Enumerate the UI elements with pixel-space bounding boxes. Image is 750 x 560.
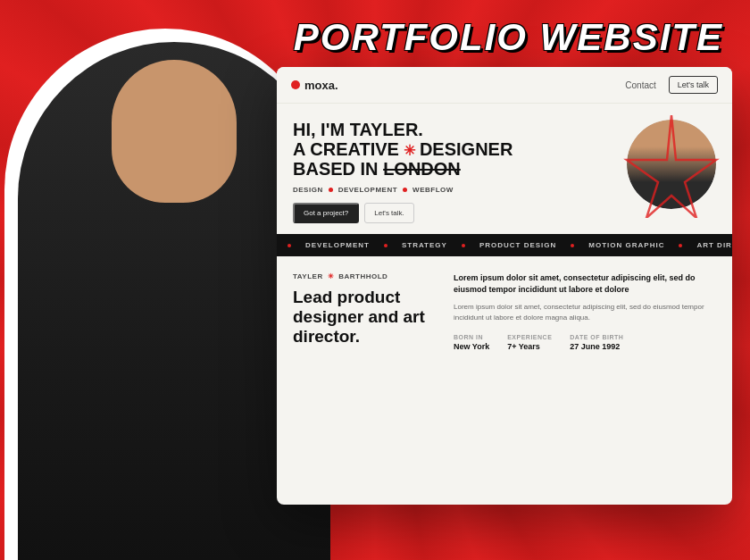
- about-heading-line3: director.: [293, 327, 436, 347]
- stat-exp-label: EXPERIENCE: [507, 334, 552, 340]
- portfolio-mockup: moxa. Contact Let's talk HI, I'M TAYLER.…: [277, 67, 732, 505]
- about-stats: BORN IN New York EXPERIENCE 7+ Years DAT…: [454, 334, 716, 351]
- hero-buttons: Got a project? Let's talk.: [293, 203, 618, 223]
- person-head: [112, 60, 237, 203]
- mockup-logo: moxa.: [291, 79, 338, 92]
- ticker-item-3: MOTION GRAPHIC: [588, 241, 664, 249]
- stat-dob: DATE OF BIRTH 27 June 1992: [570, 334, 623, 351]
- star-decoration: [618, 111, 725, 218]
- about-left: TAYLER ✳ BARTHHOLD Lead product designer…: [293, 272, 436, 351]
- stat-experience: EXPERIENCE 7+ Years: [507, 334, 552, 351]
- mockup-hero: HI, I'M TAYLER. A CREATIVE ✳ DESIGNER BA…: [277, 104, 732, 234]
- stat-exp-value: 7+ Years: [507, 342, 552, 351]
- ticker-dot-0: [288, 244, 291, 247]
- nav-link-contact[interactable]: Contact: [625, 80, 655, 90]
- title-text: PORTFOLIO WEBSITE: [294, 16, 723, 58]
- ticker-item-2: PRODUCT DESIGN: [479, 241, 556, 249]
- hero-content: HI, I'M TAYLER. A CREATIVE ✳ DESIGNER BA…: [293, 120, 618, 223]
- stat-born-value: New York: [454, 342, 489, 351]
- about-heading: Lead product designer and art director.: [293, 288, 436, 347]
- hero-line2: A CREATIVE ✳ DESIGNER: [293, 139, 618, 159]
- stat-born-label: BORN IN: [454, 334, 489, 340]
- hero-btn-project[interactable]: Got a project?: [293, 203, 359, 223]
- about-heading-line2: designer and art: [293, 307, 436, 327]
- tag-dot-1: [329, 188, 333, 192]
- ticker-dot-3: [571, 244, 574, 247]
- hero-line1: HI, I'M TAYLER.: [293, 120, 618, 139]
- logo-dot: [291, 80, 300, 89]
- hero-title: HI, I'M TAYLER. A CREATIVE ✳ DESIGNER BA…: [293, 120, 618, 179]
- about-sub-text: Lorem ipsum dolor sit amet, consectetur …: [454, 302, 716, 323]
- hero-tags: DESIGN DEVELOPMENT WEBFLOW: [293, 186, 618, 194]
- title-banner: PORTFOLIO WEBSITE: [294, 16, 723, 59]
- ticker-dot-2: [462, 244, 465, 247]
- ticker-item-4: ART DIRECTION: [696, 241, 732, 249]
- ticker-dot-4: [679, 244, 682, 247]
- ticker-item-0: DEVELOPMENT: [305, 241, 370, 249]
- stat-born: BORN IN New York: [454, 334, 489, 351]
- mockup-about: TAYLER ✳ BARTHHOLD Lead product designer…: [277, 256, 732, 367]
- ticker-content: DEVELOPMENT STRATEGY PRODUCT DESIGN MOTI…: [277, 241, 732, 249]
- about-heading-line1: Lead product: [293, 288, 436, 307]
- mockup-navbar: moxa. Contact Let's talk: [277, 67, 732, 104]
- tag-dot-2: [403, 188, 407, 192]
- ticker-item-1: STRATEGY: [402, 241, 447, 249]
- mockup-nav-links: Contact Let's talk: [625, 76, 718, 94]
- ticker-strip: DEVELOPMENT STRATEGY PRODUCT DESIGN MOTI…: [277, 234, 732, 256]
- hero-line3: BASED IN LONDON: [293, 159, 618, 179]
- stat-dob-label: DATE OF BIRTH: [570, 334, 623, 340]
- hero-btn-talk[interactable]: Let's talk.: [364, 203, 414, 223]
- nav-cta-button[interactable]: Let's talk: [669, 76, 718, 94]
- about-right: Lorem ipsum dolor sit amet, consectetur …: [454, 272, 716, 351]
- about-main-text: Lorem ipsum dolor sit amet, consectetur …: [454, 272, 716, 295]
- stat-dob-value: 27 June 1992: [570, 342, 623, 351]
- about-name-tag: TAYLER ✳ BARTHHOLD: [293, 272, 436, 280]
- ticker-dot-1: [384, 244, 388, 247]
